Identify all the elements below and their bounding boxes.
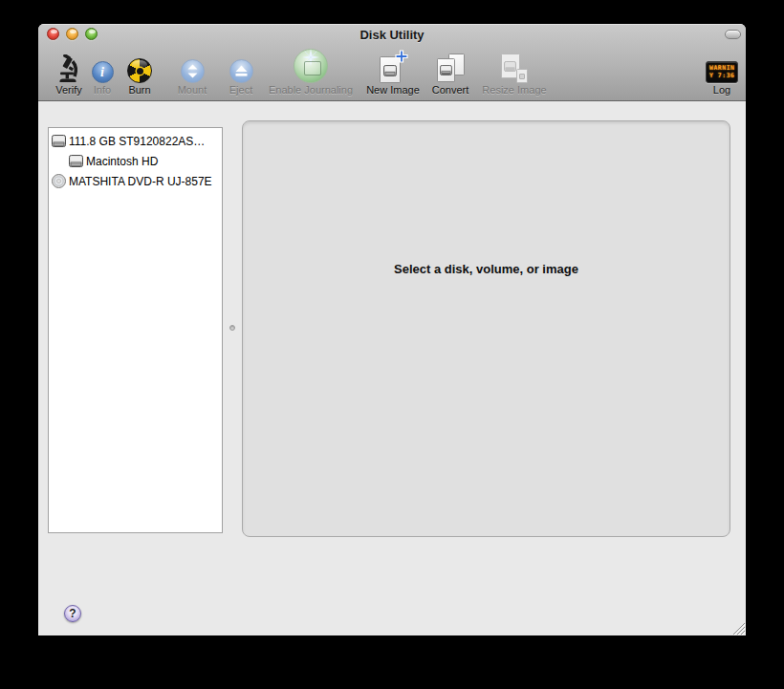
list-item-volume[interactable]: Macintosh HD (49, 151, 222, 171)
help-button[interactable]: ? (64, 605, 81, 622)
optical-disc-icon (52, 174, 66, 188)
toolbar-mount-button[interactable]: Mount (168, 48, 216, 97)
toolbar-resize-image-button[interactable]: Resize Image (471, 48, 557, 97)
toolbar-item-label: New Image (358, 84, 428, 97)
toolbar-convert-button[interactable]: Convert (424, 48, 477, 97)
green-disk-orb-icon (294, 49, 328, 83)
list-item-optical-drive[interactable]: MATSHITA DVD-R UJ-857E (49, 171, 222, 191)
toolbar-toggle-pill[interactable] (725, 30, 741, 39)
toolbar: Verify i Info Burn (38, 46, 746, 100)
plus-badge-icon (395, 50, 408, 63)
toolbar-item-label: Info (83, 84, 121, 97)
toolbar-new-image-button[interactable]: New Image (358, 48, 428, 97)
list-item-label: MATSHITA DVD-R UJ-857E (69, 175, 212, 188)
toolbar-item-label: Mount (168, 84, 216, 97)
toolbar-enable-journaling-button[interactable]: Enable Journaling (255, 48, 366, 97)
toolbar-info-button[interactable]: i Info (83, 48, 121, 97)
toolbar-burn-button[interactable]: Burn (119, 48, 161, 97)
hard-disk-icon (52, 135, 66, 147)
device-list: 111.8 GB ST9120822AS… Macintosh HD (48, 127, 223, 533)
toolbar-item-label: Burn (119, 84, 161, 97)
placeholder-text: Select a disk, volume, or image (243, 262, 730, 276)
splitter-handle[interactable] (229, 325, 235, 331)
info-icon: i (92, 61, 114, 83)
window-header: Disk Utility (38, 24, 746, 101)
toolbar-item-label: Enable Journaling (255, 84, 366, 97)
documents-icon (435, 53, 466, 83)
toolbar-item-label: Resize Image (471, 84, 557, 97)
documents-gray-icon (498, 53, 531, 83)
list-item-label: 111.8 GB ST9120822AS… (69, 135, 205, 148)
disk-utility-window: Disk Utility (38, 24, 746, 635)
eject-icon (229, 59, 253, 83)
radioactive-icon (127, 58, 152, 83)
main-panel: Select a disk, volume, or image (242, 120, 730, 537)
mount-arrows-icon (181, 59, 205, 83)
toolbar-item-label: Convert (424, 84, 477, 97)
toolbar-log-button[interactable]: WARNIN Y 7:36 Log (703, 48, 741, 97)
titlebar[interactable]: Disk Utility (38, 24, 746, 46)
window-title: Disk Utility (38, 24, 746, 47)
toolbar-item-label: Log (703, 84, 741, 97)
sparkle-icon (301, 48, 320, 67)
led-line-2: Y 7:36 (709, 73, 737, 80)
led-display-icon: WARNIN Y 7:36 (706, 61, 738, 83)
list-item-label: Macintosh HD (86, 155, 158, 168)
list-item-disk[interactable]: 111.8 GB ST9120822AS… (49, 131, 222, 151)
resize-grip[interactable] (731, 621, 746, 635)
document-plus-icon (377, 52, 409, 83)
hard-disk-icon (69, 155, 83, 167)
